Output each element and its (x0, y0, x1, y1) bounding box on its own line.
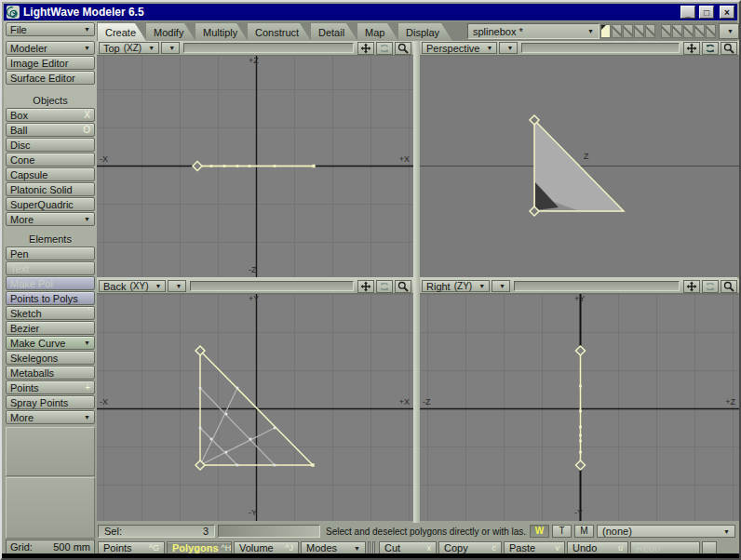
render-style-dropdown[interactable]: ▼ (168, 280, 186, 292)
main-tab-bar: Create Modify Multiply Construct Detail … (97, 21, 737, 41)
layer-swatch-5[interactable] (645, 24, 655, 38)
object-selector-dropdown[interactable]: splinebox * ▼ (467, 23, 600, 39)
cone-button[interactable]: Cone (6, 153, 95, 167)
chevron-down-icon: ▼ (486, 45, 492, 51)
zoom-icon[interactable] (721, 280, 737, 293)
close-button[interactable]: × (720, 6, 734, 19)
render-style-dropdown[interactable]: ▼ (492, 280, 510, 292)
chevron-down-icon: ▼ (155, 283, 161, 289)
superquadric-button[interactable]: SuperQuadric (6, 197, 95, 211)
capsule-button[interactable]: Capsule (6, 167, 95, 181)
viewport-right-canvas[interactable]: +Y -Y -Z +Z (420, 294, 739, 521)
undo-button[interactable]: Undou (567, 541, 628, 554)
layer-swatch-9[interactable] (694, 24, 705, 38)
vmap-weight-button[interactable]: W (530, 525, 549, 538)
elements-more-button[interactable]: More▼ (6, 410, 95, 424)
box-button[interactable]: BoxX (6, 108, 95, 122)
minimize-button[interactable]: _ (680, 6, 695, 19)
viewport-perspective-canvas[interactable]: Z (420, 56, 739, 277)
text-button[interactable]: Text (6, 261, 95, 275)
view-type-dropdown[interactable]: Right (ZY) ▼ (422, 280, 490, 292)
redo-button[interactable]: Redo (630, 541, 700, 554)
zoom-icon[interactable] (395, 42, 411, 55)
pan-icon[interactable] (683, 42, 700, 55)
modeler-menu-button[interactable]: Modeler▼ (6, 41, 95, 55)
render-style-dropdown[interactable]: ▼ (161, 42, 180, 54)
viewport-titlebar-groove[interactable] (183, 43, 354, 53)
render-style-dropdown[interactable]: ▼ (499, 42, 518, 54)
spray-points-button[interactable]: Spray Points (6, 395, 95, 409)
image-editor-button[interactable]: Image Editor (6, 56, 95, 70)
skelegons-button[interactable]: Skelegons (6, 351, 95, 365)
rotate-icon[interactable] (376, 280, 393, 293)
cut-button[interactable]: Cutx (379, 541, 437, 554)
points-button[interactable]: Points+ (6, 380, 95, 394)
layer-swatch-6[interactable] (661, 24, 671, 38)
status-hint-text: Select and deselect polygons directly or… (323, 527, 527, 537)
viewport-back-canvas[interactable]: +Y -Y -X +X (97, 294, 413, 521)
view-type-dropdown[interactable]: Perspective ▼ (422, 42, 497, 54)
polygons-mode-button[interactable]: Polygons^H (167, 541, 232, 554)
points-mode-button[interactable]: Points^G (98, 541, 165, 554)
viewport-titlebar-groove[interactable] (521, 43, 680, 53)
rotate-icon[interactable] (702, 42, 719, 55)
viewport-titlebar-groove[interactable] (514, 281, 680, 291)
viewport-titlebar-groove[interactable] (190, 281, 354, 291)
app-icon (7, 6, 20, 19)
rotate-icon[interactable] (376, 42, 393, 55)
ball-button[interactable]: BallO (6, 123, 95, 137)
layer-swatch-8[interactable] (683, 24, 694, 38)
rotate-icon[interactable] (702, 280, 719, 293)
pan-icon[interactable] (357, 280, 374, 293)
layer-swatch-1[interactable] (600, 24, 611, 38)
objects-more-button[interactable]: More▼ (6, 212, 95, 226)
tab-multiply[interactable]: Multiply (195, 23, 248, 41)
paste-button[interactable]: Pastev (504, 541, 565, 554)
view-type-dropdown[interactable]: Back (XY) ▼ (99, 280, 166, 292)
layer-swatch-3[interactable] (623, 24, 633, 38)
maximize-button[interactable]: □ (699, 6, 714, 19)
pan-icon[interactable] (683, 280, 700, 293)
tab-modify[interactable]: Modify (146, 23, 195, 41)
axis-origin-label: Z (584, 153, 589, 161)
layer-swatch-2[interactable] (612, 24, 622, 38)
make-curve-button[interactable]: Make Curve▼ (6, 336, 95, 350)
vmap-dropdown[interactable]: (none) ▼ (597, 525, 735, 538)
zoom-icon[interactable] (721, 42, 737, 55)
layer-swatch-7[interactable] (672, 24, 682, 38)
layer-bank-dropdown[interactable]: ▼ (719, 23, 739, 39)
tab-detail[interactable]: Detail (311, 23, 357, 41)
pan-icon[interactable] (357, 42, 374, 55)
modes-menu-button[interactable]: Modes▼ (301, 541, 366, 554)
top-view-wireframe (97, 56, 413, 277)
metaballs-button[interactable]: Metaballs (6, 366, 95, 380)
disc-button[interactable]: Disc (6, 138, 95, 152)
viewport-top-canvas[interactable]: +Z -Z -X +X (97, 56, 413, 277)
viewport-splitter[interactable] (413, 41, 420, 523)
vmap-texture-button[interactable]: T (552, 525, 572, 538)
objects-section-header: Objects (6, 95, 95, 107)
layer-swatch-4[interactable] (634, 24, 644, 38)
view-type-dropdown[interactable]: Top (XZ) ▼ (99, 42, 159, 54)
vmap-morph-button[interactable]: M (574, 525, 594, 538)
sketch-button[interactable]: Sketch` (6, 306, 95, 320)
surface-editor-button[interactable]: Surface Editor (6, 71, 95, 85)
platonic-solid-button[interactable]: Platonic Solid (6, 182, 95, 196)
bezier-button[interactable]: Bezier (6, 321, 95, 335)
make-pol-button[interactable]: Make Pol (6, 276, 95, 290)
points-to-polys-button[interactable]: Points to Polys (6, 291, 95, 305)
volume-mode-button[interactable]: Volume^J (234, 541, 299, 554)
status-bar: Sel: 3 Select and deselect polygons dire… (97, 523, 737, 540)
tab-map[interactable]: Map (357, 23, 398, 41)
copy-button[interactable]: Copyc (438, 541, 502, 554)
tab-display[interactable]: Display (398, 23, 452, 41)
chevron-down-icon: ▼ (84, 45, 90, 51)
zoom-icon[interactable] (395, 280, 411, 293)
file-menu-button[interactable]: File▼ (6, 22, 95, 36)
chevron-down-icon: ▼ (723, 528, 730, 535)
tab-create[interactable]: Create (98, 23, 146, 41)
tab-construct[interactable]: Construct (248, 23, 311, 41)
pen-button[interactable]: Pen (6, 247, 95, 260)
toolbar-blank-button[interactable] (702, 541, 717, 554)
layer-swatch-10[interactable] (706, 24, 716, 38)
